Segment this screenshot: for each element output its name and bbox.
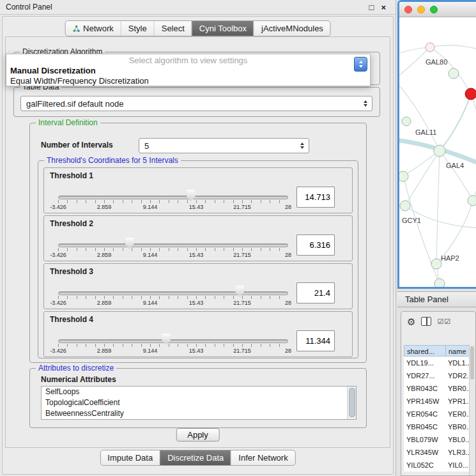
apply-button[interactable]: Apply [176, 428, 220, 441]
float-window-icon[interactable]: □ [369, 3, 374, 12]
slider-ticks [58, 248, 288, 251]
cell-shared-name[interactable]: YDR27... [404, 369, 446, 382]
cell-shared-name[interactable]: YBR045C [404, 420, 446, 433]
threshold-2-panel: Threshold 2 -3.426 2.859 9.144 15.43 [43, 215, 353, 261]
network-node[interactable] [434, 145, 445, 157]
table-data-combo[interactable]: galFiltered.sif default node [20, 96, 372, 111]
list-scrollbar[interactable] [347, 387, 356, 419]
threshold-3-slider[interactable] [58, 286, 288, 298]
slider-scale: -3.426 2.859 9.144 15.43 21.715 28 [58, 300, 288, 307]
network-node-selected[interactable] [465, 88, 476, 100]
table-panel-window: ⚙ ☑☑ shared... name YDL19...YDL1... YDR2… [401, 311, 476, 476]
close-icon[interactable]: × [381, 3, 386, 12]
tick-label: -3.426 [50, 252, 66, 258]
threshold-2-slider[interactable] [58, 238, 288, 250]
network-icon [72, 25, 80, 33]
list-item-topologicalcoefficient[interactable]: TopologicalCoefficient [42, 397, 356, 408]
network-node[interactable] [399, 171, 408, 181]
network-node[interactable] [431, 259, 441, 269]
table-scrollbar[interactable] [469, 345, 475, 475]
slider-track[interactable] [58, 339, 288, 343]
zoom-traffic-light[interactable] [430, 6, 438, 13]
tab-discretize-data[interactable]: Discretize Data [160, 450, 231, 465]
table-row[interactable]: YLR345WYLR3... [404, 446, 474, 459]
tab-jactivemnodules[interactable]: jActiveMNodules [254, 21, 330, 36]
table-row[interactable]: YDR27...YDR2... [404, 369, 474, 382]
network-node[interactable] [468, 196, 476, 206]
tab-infer-network[interactable]: Infer Network [231, 450, 295, 465]
scrollbar-thumb[interactable] [349, 388, 355, 417]
option-manual-discretization[interactable]: Manual Discretization [6, 65, 370, 75]
table-row[interactable]: YDL19...YDL1... [404, 357, 474, 369]
numerical-attributes-list: SelfLoops TopologicalCoefficient Between… [41, 386, 357, 420]
network-node[interactable] [400, 201, 410, 211]
table-row[interactable]: YIL052CYIL0... [404, 459, 474, 472]
algorithm-combo-stepper[interactable] [354, 57, 367, 72]
list-item-betweennesscentrality[interactable]: BetweennessCentrality [42, 408, 356, 419]
slider-ticks [58, 296, 288, 299]
cell-shared-name[interactable]: YIL052C [404, 459, 446, 472]
tick-label: -3.426 [50, 204, 66, 210]
threshold-2-value-input[interactable] [296, 234, 335, 256]
tick-label: 15.43 [189, 348, 204, 354]
threshold-label: Threshold 3 [50, 267, 93, 276]
list-item-selfloops[interactable]: SelfLoops [42, 387, 356, 397]
number-of-intervals-combo[interactable]: 5 [139, 138, 309, 153]
slider-ticks [58, 344, 288, 347]
control-panel-window: Control Panel □ × Network Style [0, 0, 396, 476]
combo-value: galFiltered.sif default node [21, 99, 360, 109]
network-node[interactable] [449, 68, 459, 79]
network-node-labels: GAL80 GAL11 GAL4 GCY1 HAP2 [402, 58, 464, 262]
threshold-label: Threshold 4 [50, 315, 93, 324]
cell-shared-name[interactable]: YLR345W [404, 446, 446, 459]
slider-track[interactable] [58, 196, 288, 199]
threshold-3-value-input[interactable] [296, 282, 335, 303]
node-label: GAL11 [415, 128, 436, 136]
cell-shared-name[interactable]: YBL079W [404, 433, 446, 446]
tab-label: Infer Network [238, 453, 288, 463]
table-row[interactable]: YPR145WYPR1... [404, 395, 474, 408]
thresholds-coordinates-group: Threshold's Coordinates for 5 Intervals … [38, 160, 358, 358]
cell-shared-name[interactable]: YER054C [404, 408, 446, 420]
network-node[interactable] [434, 279, 445, 288]
tab-cyni-toolbox[interactable]: Cyni Toolbox [192, 21, 254, 36]
columns-icon[interactable] [421, 317, 431, 326]
minimize-traffic-light[interactable] [417, 6, 425, 13]
cell-shared-name[interactable]: YPR145W [404, 395, 446, 408]
table-row[interactable]: YER054CYER0... [404, 408, 474, 420]
window-title: Control Panel [6, 3, 369, 12]
gear-icon[interactable]: ⚙ [407, 317, 415, 326]
table-row[interactable]: YBR045CYBR0... [404, 420, 474, 433]
tab-label: Select [162, 24, 185, 33]
column-header-shared-name[interactable]: shared... [404, 345, 446, 357]
scrollbar-thumb[interactable] [470, 346, 474, 380]
algorithm-dropdown-popup: Select algorithm to view settings Manual… [6, 54, 371, 86]
close-traffic-light[interactable] [404, 6, 412, 13]
network-node[interactable] [402, 117, 411, 126]
network-nodes[interactable] [399, 38, 476, 288]
threshold-1-value-input[interactable] [296, 187, 335, 208]
threshold-1-slider[interactable] [58, 190, 288, 203]
tab-impute-data[interactable]: Impute Data [100, 450, 160, 465]
threshold-3-panel: Threshold 3 -3.426 2.859 9.144 15.43 [43, 263, 353, 309]
threshold-4-value-input[interactable] [296, 330, 335, 351]
tick-label: 2.859 [97, 348, 112, 354]
network-canvas[interactable]: GAL80 GAL11 GAL4 GCY1 HAP2 [399, 17, 476, 288]
threshold-4-slider[interactable] [58, 334, 288, 346]
option-equal-width-frequency[interactable]: Equal Width/Frequency Discretization [6, 75, 370, 86]
tick-label: 21.715 [233, 300, 251, 306]
number-of-intervals-label: Number of Intervals [41, 141, 113, 150]
slider-track[interactable] [58, 291, 288, 295]
cell-shared-name[interactable]: YBR043C [404, 382, 446, 395]
network-window-titlebar[interactable] [399, 2, 476, 17]
tab-style[interactable]: Style [121, 21, 154, 36]
tick-label: 28 [285, 300, 291, 306]
slider-track[interactable] [58, 243, 288, 247]
tab-network[interactable]: Network [65, 21, 121, 36]
table-row[interactable]: YBR043CYBR0... [404, 382, 474, 395]
cell-shared-name[interactable]: YDL19... [404, 357, 446, 369]
checkbox-icons[interactable]: ☑☑ [437, 318, 451, 326]
table-row[interactable]: YBL079WYBL0... [404, 433, 474, 446]
network-node[interactable] [426, 43, 434, 52]
tab-select[interactable]: Select [154, 21, 192, 36]
